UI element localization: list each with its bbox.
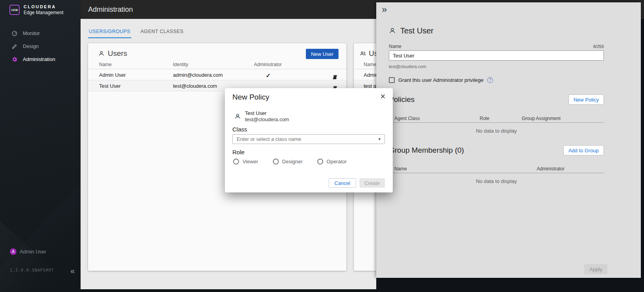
cell-name: Admin bbox=[364, 72, 376, 78]
apply-button[interactable]: Apply bbox=[584, 264, 607, 274]
user-detail-drawer: » Test User Name 9/255 test@cloudera.com… bbox=[376, 2, 641, 278]
radio-designer[interactable]: Designer bbox=[273, 159, 303, 164]
dialog-actions: Cancel Create bbox=[329, 178, 385, 188]
policies-section-header: Policies New Policy bbox=[389, 94, 604, 105]
radio-label: Viewer bbox=[243, 159, 258, 164]
sidebar-item-label: Design bbox=[23, 43, 39, 49]
radio-operator[interactable]: Operator bbox=[317, 159, 347, 164]
column-name: Name bbox=[394, 166, 407, 172]
table-row[interactable]: Admin User admin@cloudera.com ✓ bbox=[88, 69, 346, 80]
radio-circle-icon bbox=[273, 159, 279, 164]
sidebar: CEM CLOUDERA Edge Management Monitor Des… bbox=[0, 0, 81, 292]
cell-name: Admin User bbox=[99, 72, 126, 78]
close-icon[interactable]: ✕ bbox=[380, 92, 386, 101]
gear-icon bbox=[11, 56, 18, 63]
column-identity: Identity bbox=[173, 62, 188, 67]
cem-logo-icon: CEM bbox=[9, 5, 20, 15]
column-group-assignment: Group Assignment bbox=[522, 116, 561, 121]
delete-trash-icon[interactable] bbox=[332, 74, 338, 80]
column-name: Name bbox=[99, 62, 112, 67]
groups-table-header: Name bbox=[354, 61, 376, 69]
table-row[interactable]: Admin bbox=[354, 69, 376, 80]
cell-identity: admin@cloudera.com bbox=[173, 72, 223, 78]
membership-empty-state: No data to display bbox=[389, 178, 604, 184]
dialog-user-name: Test User bbox=[245, 110, 289, 116]
cell-identity: test@cloudera.com bbox=[173, 83, 217, 89]
tab-users-groups[interactable]: USERS/GROUPS bbox=[88, 29, 131, 38]
name-input[interactable] bbox=[389, 50, 604, 61]
column-name: Name bbox=[364, 62, 376, 67]
role-label: Role bbox=[232, 149, 245, 155]
name-field-label: Name bbox=[389, 44, 401, 49]
column-administrator: Administrator bbox=[537, 166, 565, 172]
radio-label: Operator bbox=[327, 159, 347, 164]
sidebar-item-label: Monitor bbox=[23, 30, 40, 36]
person-icon bbox=[234, 113, 241, 120]
cell-name: Test User bbox=[99, 83, 121, 89]
design-pen-icon bbox=[11, 43, 18, 50]
membership-table-header: Name Administrator bbox=[389, 165, 604, 173]
new-user-button[interactable]: New User bbox=[306, 49, 339, 59]
sidebar-collapse-icon[interactable]: « bbox=[70, 266, 75, 275]
person-icon bbox=[98, 50, 105, 57]
role-radio-group: Viewer Designer Operator bbox=[233, 159, 347, 164]
policies-empty-state: No data to display bbox=[389, 128, 604, 134]
sidebar-item-label: Administration bbox=[23, 56, 55, 62]
new-policy-button[interactable]: New Policy bbox=[569, 94, 604, 105]
users-card-title: Users bbox=[108, 49, 127, 58]
drawer-collapse-icon[interactable]: » bbox=[382, 4, 387, 15]
brand-name: CLOUDERA bbox=[24, 4, 63, 9]
name-char-counter: 9/255 bbox=[593, 44, 604, 49]
person-icon bbox=[389, 27, 396, 34]
admin-privilege-label: Grant this user Administrator privilege bbox=[398, 77, 484, 83]
app-logo: CEM CLOUDERA Edge Management bbox=[9, 4, 63, 15]
product-name: Edge Management bbox=[24, 10, 63, 15]
gauge-icon bbox=[11, 30, 18, 37]
admin-privilege-row: Grant this user Administrator privilege … bbox=[389, 77, 493, 83]
column-agent-class: Agent Class bbox=[394, 116, 420, 121]
chevron-down-icon: ▾ bbox=[378, 137, 381, 142]
group-icon bbox=[360, 50, 367, 57]
class-select[interactable]: Enter or select a class name ▾ bbox=[232, 134, 385, 144]
users-table-header: Name Identity Administrator bbox=[88, 61, 346, 69]
drawer-title-row: Test User bbox=[389, 25, 433, 36]
sidebar-item-design[interactable]: Design bbox=[0, 40, 81, 53]
dialog-user-info: Test User test@cloudera.com bbox=[234, 110, 289, 122]
sidebar-item-administration[interactable]: Administration bbox=[0, 53, 81, 66]
dialog-user-email: test@cloudera.com bbox=[245, 116, 289, 122]
sidebar-item-monitor[interactable]: Monitor bbox=[0, 27, 81, 40]
add-to-group-button[interactable]: Add to Group bbox=[563, 145, 604, 155]
column-role: Role bbox=[480, 116, 489, 121]
tab-bar: USERS/GROUPS AGENT CLASSES bbox=[88, 29, 184, 38]
avatar: A bbox=[10, 248, 17, 255]
check-icon: ✓ bbox=[266, 72, 271, 79]
drawer-title: Test User bbox=[400, 26, 433, 35]
radio-viewer[interactable]: Viewer bbox=[233, 159, 258, 164]
sidebar-user[interactable]: A Admin User bbox=[10, 248, 46, 255]
column-administrator: Administrator bbox=[254, 62, 282, 67]
new-policy-dialog: New Policy ✕ Test User test@cloudera.com… bbox=[225, 88, 393, 192]
cancel-button[interactable]: Cancel bbox=[329, 178, 356, 188]
name-helper-text: test@cloudera.com bbox=[389, 64, 426, 69]
dialog-title: New Policy bbox=[232, 93, 269, 102]
sidebar-user-name: Admin User bbox=[20, 249, 46, 255]
radio-label: Designer bbox=[282, 159, 303, 164]
class-label: Class bbox=[232, 126, 247, 133]
create-button[interactable]: Create bbox=[359, 178, 385, 188]
membership-title: Group Membership (0) bbox=[389, 146, 464, 155]
radio-circle-icon bbox=[317, 159, 323, 164]
version-label: 1.3.0.0-SNAPSHOT bbox=[10, 268, 54, 272]
admin-privilege-checkbox[interactable] bbox=[389, 77, 395, 83]
tab-agent-classes[interactable]: AGENT CLASSES bbox=[140, 29, 184, 38]
radio-circle-icon bbox=[233, 159, 239, 164]
sidebar-nav: Monitor Design Administration bbox=[0, 27, 81, 66]
class-select-placeholder: Enter or select a class name bbox=[237, 136, 301, 142]
groups-card-title: Us bbox=[369, 49, 376, 58]
page-title: Administration bbox=[88, 6, 133, 14]
membership-section-header: Group Membership (0) Add to Group bbox=[389, 145, 604, 155]
policies-table-header: Agent Class Role Group Assignment bbox=[389, 115, 604, 123]
help-icon[interactable]: ? bbox=[487, 77, 493, 83]
